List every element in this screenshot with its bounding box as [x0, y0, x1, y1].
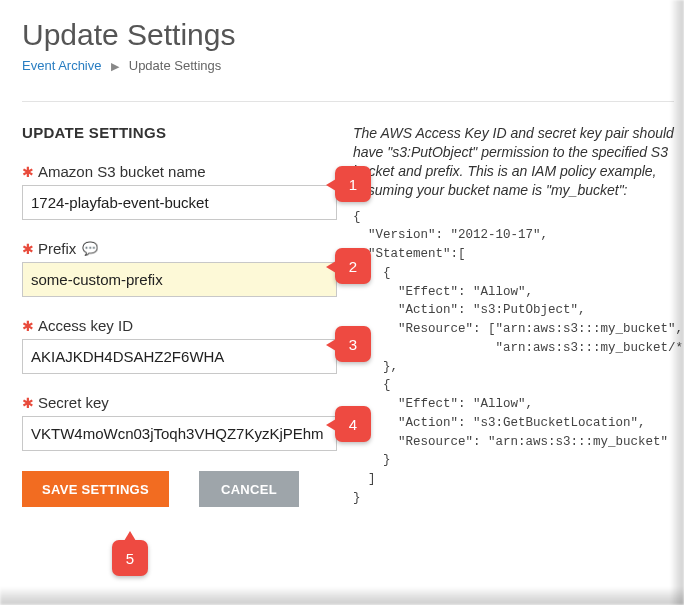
help-panel: The AWS Access Key ID and secret key pai… [353, 124, 684, 508]
label-prefix: ✱ Prefix 💬 [22, 240, 337, 257]
required-asterisk-icon: ✱ [22, 242, 34, 256]
field-bucket-name: ✱ Amazon S3 bucket name [22, 163, 337, 220]
label-secret-key: ✱ Secret key [22, 394, 337, 411]
divider [22, 101, 674, 102]
breadcrumb-link-event-archive[interactable]: Event Archive [22, 58, 102, 73]
callout-2: 2 [335, 248, 371, 284]
chevron-right-icon: ▶ [111, 60, 119, 72]
cancel-button[interactable]: CANCEL [199, 471, 299, 507]
callout-3: 3 [335, 326, 371, 362]
required-asterisk-icon: ✱ [22, 319, 34, 333]
callout-5: 5 [112, 540, 148, 576]
input-bucket-name[interactable] [22, 185, 337, 220]
section-heading: UPDATE SETTINGS [22, 124, 337, 141]
label-bucket-name: ✱ Amazon S3 bucket name [22, 163, 337, 180]
breadcrumb: Event Archive ▶ Update Settings [22, 58, 674, 73]
field-secret-key: ✱ Secret key [22, 394, 337, 451]
speech-bubble-icon: 💬 [82, 241, 98, 256]
help-text: The AWS Access Key ID and secret key pai… [353, 124, 684, 200]
input-access-key[interactable] [22, 339, 337, 374]
callout-1: 1 [335, 166, 371, 202]
field-access-key: ✱ Access key ID [22, 317, 337, 374]
page-title: Update Settings [22, 18, 674, 52]
breadcrumb-current: Update Settings [129, 58, 222, 73]
save-settings-button[interactable]: SAVE SETTINGS [22, 471, 169, 507]
callout-4: 4 [335, 406, 371, 442]
iam-policy-code: { "Version": "2012-10-17", "Statement":[… [353, 208, 684, 508]
label-access-key: ✱ Access key ID [22, 317, 337, 334]
required-asterisk-icon: ✱ [22, 396, 34, 410]
required-asterisk-icon: ✱ [22, 165, 34, 179]
input-prefix[interactable] [22, 262, 337, 297]
input-secret-key[interactable] [22, 416, 337, 451]
field-prefix: ✱ Prefix 💬 [22, 240, 337, 297]
